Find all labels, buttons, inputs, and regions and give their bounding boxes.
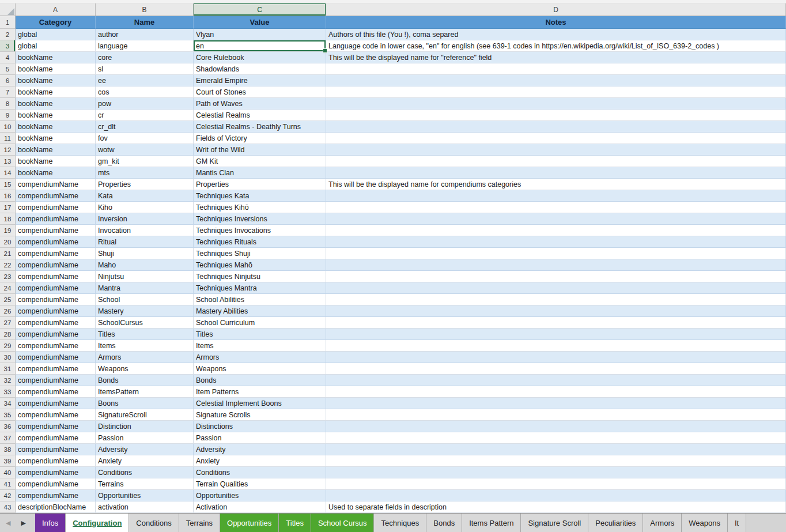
cell-C2[interactable]: Vlyan bbox=[194, 29, 326, 40]
header-cell-B1[interactable]: Name bbox=[96, 16, 194, 29]
row-header-9[interactable]: 9 bbox=[0, 110, 16, 121]
cell-B17[interactable]: Kiho bbox=[96, 202, 194, 213]
cell-B10[interactable]: cr_dlt bbox=[96, 121, 194, 133]
cell-D24[interactable] bbox=[326, 282, 786, 294]
row-header-43[interactable]: 43 bbox=[0, 501, 16, 513]
cell-B40[interactable]: Conditions bbox=[96, 467, 194, 478]
cell-C34[interactable]: Celestial Implement Boons bbox=[194, 398, 326, 409]
row-header-27[interactable]: 27 bbox=[0, 317, 16, 329]
cell-C42[interactable]: Opportunities bbox=[194, 490, 326, 501]
cell-B3[interactable]: language bbox=[96, 40, 194, 52]
cell-B12[interactable]: wotw bbox=[96, 144, 194, 156]
row-header-7[interactable]: 7 bbox=[0, 86, 16, 98]
cell-D43[interactable]: Used to separate fields in description bbox=[326, 501, 786, 513]
cell-B13[interactable]: gm_kit bbox=[96, 156, 194, 167]
row-header-22[interactable]: 22 bbox=[0, 259, 16, 271]
cell-B7[interactable]: cos bbox=[96, 86, 194, 98]
cell-B18[interactable]: Inversion bbox=[96, 213, 194, 225]
cell-B32[interactable]: Bonds bbox=[96, 375, 194, 386]
cell-B5[interactable]: sl bbox=[96, 63, 194, 75]
cell-D2[interactable]: Authors of this file (You !), coma separ… bbox=[326, 29, 786, 40]
cell-D5[interactable] bbox=[326, 63, 786, 75]
cell-C27[interactable]: School Curriculum bbox=[194, 317, 326, 329]
tabs-scroll-right-icon[interactable]: ▶ bbox=[21, 519, 25, 527]
cell-C24[interactable]: Techniques Mantra bbox=[194, 282, 326, 294]
cell-A28[interactable]: compendiumName bbox=[16, 329, 96, 340]
row-header-19[interactable]: 19 bbox=[0, 225, 16, 236]
cell-B20[interactable]: Ritual bbox=[96, 236, 194, 248]
cell-A41[interactable]: compendiumName bbox=[16, 478, 96, 490]
cell-A27[interactable]: compendiumName bbox=[16, 317, 96, 329]
cell-A39[interactable]: compendiumName bbox=[16, 455, 96, 467]
cell-C22[interactable]: Techniques Mahō bbox=[194, 259, 326, 271]
cell-A16[interactable]: compendiumName bbox=[16, 190, 96, 202]
row-header-34[interactable]: 34 bbox=[0, 398, 16, 409]
cell-C10[interactable]: Celestial Realms - Deathly Turns bbox=[194, 121, 326, 133]
row-header-36[interactable]: 36 bbox=[0, 421, 16, 432]
row-header-39[interactable]: 39 bbox=[0, 455, 16, 467]
cell-D31[interactable] bbox=[326, 363, 786, 375]
cell-C26[interactable]: Mastery Abilities bbox=[194, 305, 326, 317]
cell-D3[interactable]: Language code in lower case, "en" for en… bbox=[326, 40, 786, 52]
cell-D4[interactable]: This will be the displayed name for "ref… bbox=[326, 52, 786, 63]
cell-A9[interactable]: bookName bbox=[16, 110, 96, 121]
row-header-37[interactable]: 37 bbox=[0, 432, 16, 444]
row-header-14[interactable]: 14 bbox=[0, 167, 16, 179]
sheet-tab-conditions[interactable]: Conditions bbox=[129, 514, 179, 532]
row-header-23[interactable]: 23 bbox=[0, 271, 16, 282]
cell-A32[interactable]: compendiumName bbox=[16, 375, 96, 386]
cell-A21[interactable]: compendiumName bbox=[16, 248, 96, 259]
cell-D14[interactable] bbox=[326, 167, 786, 179]
cell-C8[interactable]: Path of Waves bbox=[194, 98, 326, 110]
cell-C13[interactable]: GM Kit bbox=[194, 156, 326, 167]
cell-C36[interactable]: Distinctions bbox=[194, 421, 326, 432]
cell-B24[interactable]: Mantra bbox=[96, 282, 194, 294]
cell-A11[interactable]: bookName bbox=[16, 133, 96, 144]
row-header-11[interactable]: 11 bbox=[0, 133, 16, 144]
row-header-31[interactable]: 31 bbox=[0, 363, 16, 375]
cell-B37[interactable]: Passion bbox=[96, 432, 194, 444]
header-cell-A1[interactable]: Category bbox=[16, 16, 96, 29]
cell-B34[interactable]: Boons bbox=[96, 398, 194, 409]
sheet-tab-infos[interactable]: Infos bbox=[35, 514, 66, 532]
cell-A29[interactable]: compendiumName bbox=[16, 340, 96, 352]
cell-D30[interactable] bbox=[326, 352, 786, 363]
cell-A35[interactable]: compendiumName bbox=[16, 409, 96, 421]
cell-A2[interactable]: global bbox=[16, 29, 96, 40]
cell-C38[interactable]: Adversity bbox=[194, 444, 326, 455]
sheet-tab-terrains[interactable]: Terrains bbox=[179, 514, 220, 532]
cell-B36[interactable]: Distinction bbox=[96, 421, 194, 432]
cell-B28[interactable]: Titles bbox=[96, 329, 194, 340]
cell-B33[interactable]: ItemsPattern bbox=[96, 386, 194, 398]
cell-A4[interactable]: bookName bbox=[16, 52, 96, 63]
cell-B23[interactable]: Ninjutsu bbox=[96, 271, 194, 282]
row-header-13[interactable]: 13 bbox=[0, 156, 16, 167]
cell-A37[interactable]: compendiumName bbox=[16, 432, 96, 444]
cell-C11[interactable]: Fields of Victory bbox=[194, 133, 326, 144]
cell-B21[interactable]: Shuji bbox=[96, 248, 194, 259]
row-header-6[interactable]: 6 bbox=[0, 75, 16, 86]
cell-D19[interactable] bbox=[326, 225, 786, 236]
tabs-scroll-left-icon[interactable]: ◀ bbox=[6, 519, 10, 527]
cell-C12[interactable]: Writ of the Wild bbox=[194, 144, 326, 156]
cell-B41[interactable]: Terrains bbox=[96, 478, 194, 490]
row-header-3[interactable]: 3 bbox=[0, 40, 16, 52]
cell-C32[interactable]: Bonds bbox=[194, 375, 326, 386]
cell-B30[interactable]: Armors bbox=[96, 352, 194, 363]
sheet-tab-signature-scroll[interactable]: Signature Scroll bbox=[521, 514, 588, 532]
row-header-35[interactable]: 35 bbox=[0, 409, 16, 421]
cell-A38[interactable]: compendiumName bbox=[16, 444, 96, 455]
cell-D40[interactable] bbox=[326, 467, 786, 478]
cell-C41[interactable]: Terrain Qualities bbox=[194, 478, 326, 490]
cell-C30[interactable]: Armors bbox=[194, 352, 326, 363]
cell-A5[interactable]: bookName bbox=[16, 63, 96, 75]
row-header-32[interactable]: 32 bbox=[0, 375, 16, 386]
row-header-5[interactable]: 5 bbox=[0, 63, 16, 75]
cell-D34[interactable] bbox=[326, 398, 786, 409]
row-header-8[interactable]: 8 bbox=[0, 98, 16, 110]
row-header-16[interactable]: 16 bbox=[0, 190, 16, 202]
cell-C20[interactable]: Techniques Rituals bbox=[194, 236, 326, 248]
sheet-tab-school-cursus[interactable]: School Cursus bbox=[311, 514, 375, 532]
cell-C31[interactable]: Weapons bbox=[194, 363, 326, 375]
cell-B42[interactable]: Opportunities bbox=[96, 490, 194, 501]
